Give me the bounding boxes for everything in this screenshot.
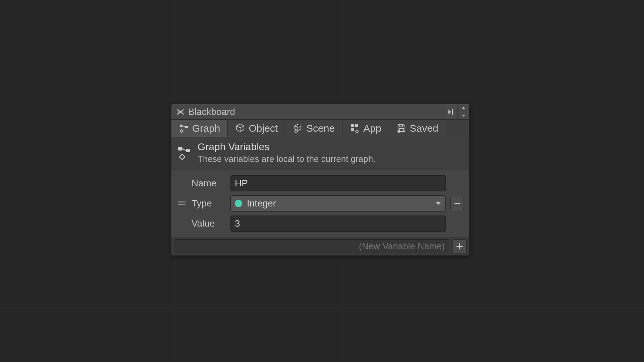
type-label: Type [192, 198, 226, 209]
graph-scope-icon [179, 123, 189, 133]
svg-rect-11 [178, 204, 185, 205]
tab-label: Object [249, 123, 278, 134]
variable-entry: Name Type Integer [171, 170, 469, 237]
type-value: Integer [247, 198, 431, 209]
variable-name-row: Name [175, 173, 466, 193]
variable-type-row: Type Integer [175, 193, 466, 214]
saved-scope-icon [396, 123, 407, 133]
svg-rect-5 [351, 128, 354, 131]
tab-scene[interactable]: Scene [285, 120, 342, 137]
svg-rect-8 [178, 147, 182, 150]
tab-label: Scene [306, 123, 335, 134]
tab-object[interactable]: Object [228, 120, 285, 137]
section-header: Graph Variables These variables are loca… [171, 137, 469, 170]
panel-title: Blackboard [188, 107, 235, 117]
svg-rect-10 [178, 201, 185, 202]
type-color-dot [235, 200, 242, 207]
svg-rect-7 [399, 128, 404, 131]
remove-variable-button[interactable] [450, 197, 464, 210]
tab-label: App [363, 123, 381, 134]
scope-tabs: Graph Object Scene [171, 120, 469, 137]
object-scope-icon [235, 123, 245, 133]
new-variable-footer [171, 237, 469, 255]
dock-button[interactable] [443, 104, 457, 119]
panel-spin-buttons [457, 104, 469, 119]
tab-label: Graph [192, 123, 220, 134]
variable-name-input[interactable] [230, 175, 446, 191]
value-label: Value [192, 218, 226, 229]
new-variable-name-input[interactable] [174, 239, 449, 253]
section-header-text: Graph Variables These variables are loca… [198, 141, 375, 164]
svg-rect-9 [186, 149, 190, 152]
graph-variables-icon [177, 145, 192, 160]
variable-value-input[interactable] [230, 216, 446, 232]
svg-rect-1 [180, 124, 182, 127]
section-description: These variables are local to the current… [198, 154, 375, 164]
svg-rect-3 [351, 124, 354, 127]
svg-rect-4 [355, 124, 358, 127]
panel-spin-up[interactable] [458, 104, 469, 112]
panel-title-area: Blackboard [171, 104, 443, 119]
tab-graph[interactable]: Graph [171, 120, 228, 137]
svg-rect-12 [454, 203, 460, 204]
tab-saved[interactable]: Saved [389, 120, 446, 137]
blackboard-panel: Blackboard [171, 104, 470, 256]
tab-label: Saved [410, 123, 438, 134]
drag-handle-icon[interactable] [176, 201, 187, 206]
chevron-down-icon [435, 201, 441, 205]
variable-type-dropdown[interactable]: Integer [230, 195, 446, 212]
scene-scope-icon [293, 123, 303, 133]
tab-app[interactable]: App [342, 120, 389, 137]
svg-rect-14 [457, 246, 463, 247]
panel-spin-down[interactable] [458, 112, 469, 119]
svg-rect-2 [185, 126, 188, 128]
add-variable-button[interactable] [452, 239, 467, 253]
panel-titlebar: Blackboard [171, 104, 469, 120]
svg-rect-0 [452, 109, 453, 115]
svg-rect-6 [399, 124, 402, 127]
variable-value-row: Value [175, 214, 466, 234]
section-title: Graph Variables [198, 141, 375, 153]
blackboard-icon [176, 108, 185, 116]
app-scope-icon [350, 123, 360, 133]
name-label: Name [192, 178, 226, 189]
